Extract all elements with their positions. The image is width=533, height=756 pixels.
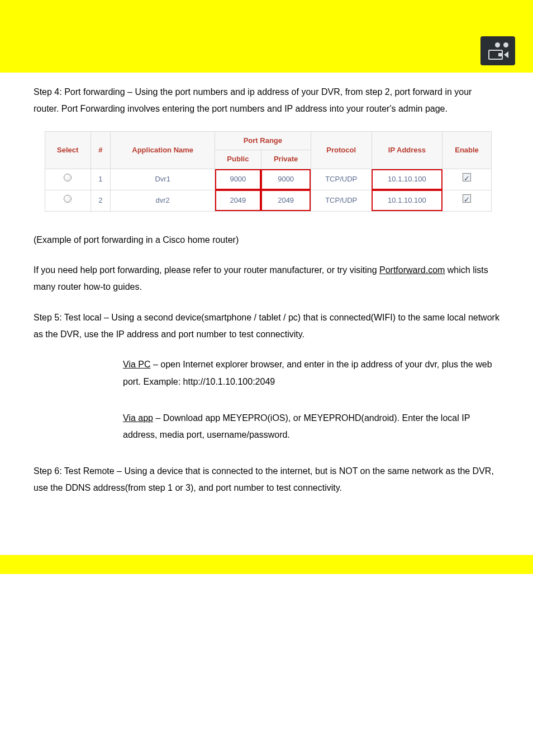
step5-heading: Step 5:	[34, 313, 64, 322]
row-app: dvr2	[111, 190, 215, 211]
col-range: Port Range	[215, 131, 311, 150]
radio-icon	[64, 195, 72, 203]
via-pc-term: Via PC	[123, 360, 151, 369]
portforward-link[interactable]: Portforward.com	[379, 265, 445, 275]
dash-icon: –	[104, 313, 109, 322]
row-public-port: 9000	[215, 169, 261, 190]
row-index: 2	[91, 190, 111, 211]
table-row: 1 Dvr1 9000 9000 TCP/UDP 10.1.10.100	[45, 169, 492, 190]
port-forward-table: Select # Application Name Port Range Pro…	[45, 131, 492, 212]
col-public: Public	[215, 150, 261, 169]
example-caption: (Example of port forwarding in a Cisco h…	[34, 232, 499, 248]
step6-paragraph: Step 6: Test Remote – Using a device tha…	[34, 463, 499, 497]
document-body: Step 4: Port forwarding – Using the port…	[0, 73, 533, 533]
row-protocol: TCP/UDP	[311, 190, 372, 211]
step5-paragraph: Step 5: Test local – Using a second devi…	[34, 309, 499, 343]
port-forward-table-wrap: Select # Application Name Port Range Pro…	[45, 131, 499, 212]
camera-icon	[480, 36, 515, 65]
portforward-help: If you need help port forwarding, please…	[34, 262, 499, 296]
step4-paragraph: Step 4: Port forwarding – Using the port…	[34, 84, 499, 118]
via-app-term: Via app	[123, 413, 153, 423]
table-row: 2 dvr2 2049 2049 TCP/UDP 10.1.10.100	[45, 190, 492, 211]
row-private-port: 9000	[261, 169, 311, 190]
header-band	[0, 29, 533, 73]
checkmark-icon	[463, 173, 471, 181]
col-protocol: Protocol	[311, 131, 372, 169]
radio-icon	[64, 174, 72, 181]
step6-heading: Step 6:	[34, 466, 64, 476]
row-protocol: TCP/UDP	[311, 169, 372, 190]
col-select: Select	[45, 131, 91, 169]
row-app: Dvr1	[111, 169, 215, 190]
row-private-port: 2049	[261, 190, 311, 211]
via-app-line: Via app – Download app MEYEPRO(iOS), or …	[123, 410, 499, 444]
via-pc-line: Via PC – open Internet explorer browser,…	[123, 356, 499, 390]
step6-term: Test Remote	[64, 466, 115, 476]
select-radio[interactable]	[45, 190, 91, 211]
dash-icon: –	[127, 87, 132, 97]
help-text-1: If you need help port forwarding, please…	[34, 265, 379, 275]
row-ip: 10.1.10.100	[372, 190, 442, 211]
col-hash: #	[91, 131, 111, 169]
enable-checkbox[interactable]	[442, 190, 492, 211]
col-enable: Enable	[442, 131, 492, 169]
col-app: Application Name	[111, 131, 215, 169]
top-yellow-bar	[0, 0, 533, 29]
col-ip: IP Address	[372, 131, 442, 169]
via-app-body: – Download app MEYEPRO(iOS), or MEYEPROH…	[123, 413, 470, 439]
via-pc-body: – open Internet explorer browser, and en…	[123, 360, 492, 386]
row-ip: 10.1.10.100	[372, 169, 442, 190]
row-index: 1	[91, 169, 111, 190]
row-public-port: 2049	[215, 190, 261, 211]
col-private: Private	[261, 150, 311, 169]
checkmark-icon	[463, 194, 471, 203]
step5-term: Test local	[64, 313, 104, 322]
footer-yellow-bar	[0, 555, 533, 574]
step5-definitions: Via PC – open Internet explorer browser,…	[34, 356, 499, 443]
step4-heading: Step 4: Port forwarding	[34, 87, 127, 97]
enable-checkbox[interactable]	[442, 169, 492, 190]
select-radio[interactable]	[45, 169, 91, 190]
